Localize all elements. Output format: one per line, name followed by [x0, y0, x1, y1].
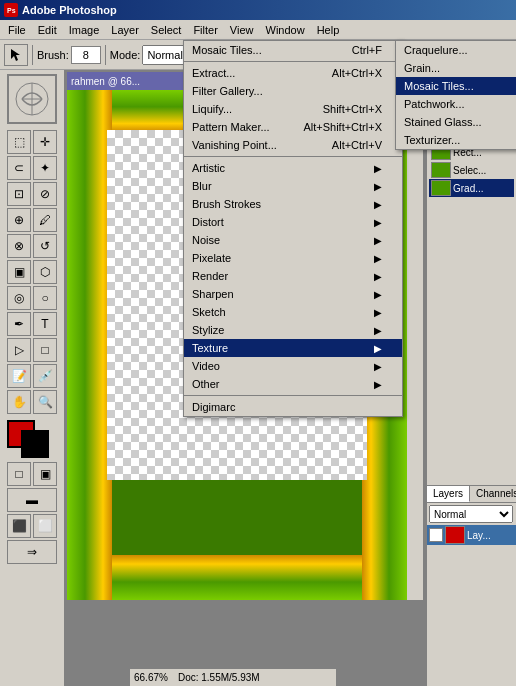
filter-brush-strokes[interactable]: Brush Strokes ▶ — [184, 195, 402, 213]
filter-distort-label: Distort — [192, 216, 224, 228]
background-color[interactable] — [21, 430, 49, 458]
standard-screen[interactable]: ▬ — [7, 488, 57, 512]
filter-blur[interactable]: Blur ▶ — [184, 177, 402, 195]
path-select-tool[interactable]: ▷ — [7, 338, 31, 362]
filter-separator-1 — [184, 61, 402, 62]
texture-craquelure[interactable]: Craquelure... — [396, 41, 516, 59]
filter-stylize[interactable]: Stylize ▶ — [184, 321, 402, 339]
full-screen-1[interactable]: ⬛ — [7, 514, 31, 538]
jump-to-imageready[interactable]: ⇒ — [7, 540, 57, 564]
texture-grain-label: Grain... — [404, 62, 440, 74]
texture-patchwork[interactable]: Patchwork... — [396, 95, 516, 113]
filter-distort[interactable]: Distort ▶ — [184, 213, 402, 231]
filter-sketch[interactable]: Sketch ▶ — [184, 303, 402, 321]
marquee-tool[interactable]: ⬚ — [7, 130, 31, 154]
filter-separator-2 — [184, 156, 402, 157]
clone-stamp-tool[interactable]: ⊗ — [7, 234, 31, 258]
filter-render[interactable]: Render ▶ — [184, 267, 402, 285]
fill-tool[interactable]: ⬡ — [33, 260, 57, 284]
zoom-tool[interactable]: 🔍 — [33, 390, 57, 414]
filter-artistic[interactable]: Artistic ▶ — [184, 159, 402, 177]
standard-mode[interactable]: □ — [7, 462, 31, 486]
filter-video-arrow: ▶ — [374, 361, 382, 372]
filter-gallery[interactable]: Filter Gallery... — [184, 82, 402, 100]
dodge-tool[interactable]: ○ — [33, 286, 57, 310]
filter-sharpen-arrow: ▶ — [374, 289, 382, 300]
menu-window[interactable]: Window — [260, 22, 311, 38]
move-tool[interactable]: ✛ — [33, 130, 57, 154]
filter-other-label: Other — [192, 378, 220, 390]
layer-visibility-toggle[interactable]: 👁 — [429, 528, 443, 542]
history-item-4[interactable]: Grad... — [429, 179, 514, 197]
layer-item-0[interactable]: 👁 Lay... — [427, 525, 516, 545]
filter-top-shortcut: Ctrl+F — [352, 44, 382, 56]
blur-tool[interactable]: ◎ — [7, 286, 31, 310]
right-panel: History Actions rah Rect... Selec... — [426, 70, 516, 686]
quick-mask-mode[interactable]: ▣ — [33, 462, 57, 486]
filter-digimarc[interactable]: Digimarc — [184, 398, 402, 416]
eye-icon: 👁 — [432, 531, 440, 540]
full-screen-2[interactable]: ⬜ — [33, 514, 57, 538]
lasso-tool[interactable]: ⊂ — [7, 156, 31, 180]
filter-sharpen[interactable]: Sharpen ▶ — [184, 285, 402, 303]
magic-wand-tool[interactable]: ✦ — [33, 156, 57, 180]
filter-menu-top-item[interactable]: Mosaic Tiles... Ctrl+F — [184, 41, 402, 59]
filter-other[interactable]: Other ▶ — [184, 375, 402, 393]
texture-grain[interactable]: Grain... — [396, 59, 516, 77]
crop-tool[interactable]: ⊡ — [7, 182, 31, 206]
pen-tool[interactable]: ✒ — [7, 312, 31, 336]
brush-size-input[interactable] — [71, 46, 101, 64]
texture-texturizer[interactable]: Texturizer... — [396, 131, 516, 149]
filter-noise[interactable]: Noise ▶ — [184, 231, 402, 249]
menu-file[interactable]: File — [2, 22, 32, 38]
filter-digimarc-label: Digimarc — [192, 401, 235, 413]
tab-layers[interactable]: Layers — [427, 486, 470, 502]
filter-extract[interactable]: Extract... Alt+Ctrl+X — [184, 64, 402, 82]
tool-row-10: 📝 💉 — [7, 364, 57, 388]
filter-vanishing-point[interactable]: Vanishing Point... Alt+Ctrl+V — [184, 136, 402, 154]
filter-pattern-maker[interactable]: Pattern Maker... Alt+Shift+Ctrl+X — [184, 118, 402, 136]
filter-video[interactable]: Video ▶ — [184, 357, 402, 375]
texture-submenu: Craquelure... Grain... Mosaic Tiles... P… — [395, 40, 516, 150]
menu-layer[interactable]: Layer — [105, 22, 145, 38]
texture-stained-glass[interactable]: Stained Glass... — [396, 113, 516, 131]
menu-select[interactable]: Select — [145, 22, 188, 38]
menu-help[interactable]: Help — [311, 22, 346, 38]
tool-row-9: ▷ □ — [7, 338, 57, 362]
title-bar: Ps Adobe Photoshop — [0, 0, 516, 20]
eyedropper-tool[interactable]: 💉 — [33, 364, 57, 388]
texture-mosaic-tiles[interactable]: Mosaic Tiles... — [396, 77, 516, 95]
zoom-display: 66.67% — [134, 672, 168, 683]
texture-mosaic-label: Mosaic Tiles... — [404, 80, 474, 92]
slice-tool[interactable]: ⊘ — [33, 182, 57, 206]
filter-gallery-label: Filter Gallery... — [192, 85, 263, 97]
filter-stylize-arrow: ▶ — [374, 325, 382, 336]
history-item-3[interactable]: Selec... — [429, 161, 514, 179]
hand-tool[interactable]: ✋ — [7, 390, 31, 414]
notes-tool[interactable]: 📝 — [7, 364, 31, 388]
texture-stained-glass-label: Stained Glass... — [404, 116, 482, 128]
tab-channels[interactable]: Channels — [470, 486, 516, 502]
brush-tool[interactable]: 🖊 — [33, 208, 57, 232]
tool-row-screen: ▬ — [7, 488, 57, 512]
filter-liquify[interactable]: Liquify... Shift+Ctrl+X — [184, 100, 402, 118]
healing-brush-tool[interactable]: ⊕ — [7, 208, 31, 232]
text-tool[interactable]: T — [33, 312, 57, 336]
app-icon: Ps — [4, 3, 18, 17]
filter-texture[interactable]: Texture ▶ — [184, 339, 402, 357]
menu-filter[interactable]: Filter — [187, 22, 223, 38]
toolbar-selection-tool[interactable] — [4, 44, 28, 66]
menu-edit[interactable]: Edit — [32, 22, 63, 38]
filter-extract-label: Extract... — [192, 67, 235, 79]
toolbar-divider-2 — [105, 45, 106, 65]
menu-view[interactable]: View — [224, 22, 260, 38]
layer-blend-select[interactable]: Normal — [429, 505, 513, 523]
filter-pixelate[interactable]: Pixelate ▶ — [184, 249, 402, 267]
toolbox: ⬚ ✛ ⊂ ✦ ⊡ ⊘ ⊕ 🖊 ⊗ ↺ ▣ ⬡ ◎ ○ ✒ T — [0, 70, 65, 686]
history-brush-tool[interactable]: ↺ — [33, 234, 57, 258]
eraser-tool[interactable]: ▣ — [7, 260, 31, 284]
shape-tool[interactable]: □ — [33, 338, 57, 362]
app-title: Adobe Photoshop — [22, 4, 117, 16]
menu-image[interactable]: Image — [63, 22, 106, 38]
layer-thumbnail — [445, 526, 465, 544]
